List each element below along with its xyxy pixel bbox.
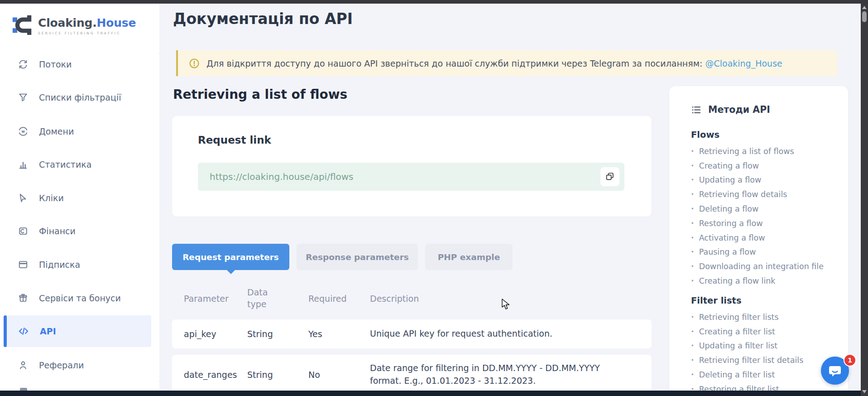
sidebar-item-clicks[interactable]: Кліки bbox=[0, 188, 159, 208]
sidebar-item-domains[interactable]: w Домени bbox=[0, 121, 159, 142]
sidebar-item-api[interactable]: API bbox=[4, 315, 151, 347]
request-link-title: Request link bbox=[198, 134, 271, 146]
method-link[interactable]: Updating a filter list bbox=[691, 339, 835, 353]
method-link[interactable]: Pausing a flow bbox=[691, 245, 835, 260]
methods-group-flows: Flows bbox=[691, 130, 835, 140]
tab-response-parameters[interactable]: Response parameters bbox=[297, 244, 418, 270]
logo-icon bbox=[12, 14, 33, 38]
mouse-cursor bbox=[501, 299, 512, 310]
sidebar-item-label: Сервіси та бонуси bbox=[39, 293, 121, 303]
sidebar-item-label: Списки фільтрації bbox=[39, 92, 121, 102]
gift-icon bbox=[18, 293, 28, 303]
code-icon bbox=[18, 326, 29, 337]
method-link[interactable]: Deleting a flow bbox=[691, 202, 835, 216]
subscription-card-icon bbox=[18, 260, 28, 270]
method-link[interactable]: Retrieving a list of flows bbox=[691, 144, 835, 159]
request-link-card: Request link https://cloaking.house/api/… bbox=[172, 116, 652, 217]
list-icon bbox=[691, 105, 701, 115]
warning-icon bbox=[189, 58, 200, 69]
svg-text:w: w bbox=[21, 129, 25, 134]
sidebar-item-subscription[interactable]: Підписка bbox=[0, 254, 159, 275]
filter-lists-method-list: Retrieving filter lists Creating a filte… bbox=[691, 310, 835, 396]
scrollbar-up-arrow[interactable] bbox=[862, 6, 867, 9]
sidebar-item-services[interactable]: Сервіси та бонуси bbox=[0, 288, 159, 309]
cursor-click-icon bbox=[18, 193, 28, 203]
sidebar-item-filter-lists[interactable]: Списки фільтрації bbox=[0, 87, 159, 108]
logo-text: Cloaking.House SERVICE FILTERING TRAFFIC bbox=[38, 16, 136, 35]
method-link[interactable]: Creating a filter list bbox=[691, 324, 835, 339]
brand-tagline: SERVICE FILTERING TRAFFIC bbox=[38, 31, 136, 35]
sidebar-item-label: Кліки bbox=[39, 193, 64, 203]
table-row: date_ranges String No Date range for fil… bbox=[172, 355, 652, 395]
sidebar-item-label: Домени bbox=[39, 126, 74, 136]
brand-name: Cloaking. bbox=[38, 16, 97, 29]
sidebar-item-label: API bbox=[40, 326, 56, 336]
column-header-data-type: Data type bbox=[247, 287, 308, 310]
methods-group-filter-lists: Filter lists bbox=[691, 295, 835, 306]
sidebar-item-label: Статистика bbox=[39, 159, 91, 169]
cell-parameter: date_ranges bbox=[172, 370, 247, 380]
copy-url-button[interactable] bbox=[600, 167, 619, 186]
finance-icon bbox=[18, 226, 28, 236]
app-screen: Cloaking.House SERVICE FILTERING TRAFFIC… bbox=[0, 0, 868, 396]
scrollbar-thumb[interactable] bbox=[862, 11, 867, 22]
method-link[interactable]: Retrieving flow details bbox=[691, 187, 835, 202]
parameter-tabs: Request parameters Response parameters P… bbox=[172, 244, 513, 270]
cell-data-type: String bbox=[247, 370, 308, 380]
logo[interactable]: Cloaking.House SERVICE FILTERING TRAFFIC bbox=[12, 14, 136, 38]
method-link[interactable]: Creating a flow link bbox=[691, 274, 835, 288]
section-heading: Retrieving a list of flows bbox=[173, 87, 347, 102]
copy-icon bbox=[605, 172, 615, 182]
stats-icon bbox=[18, 159, 28, 169]
sidebar-item-referrals[interactable]: Реферали bbox=[0, 355, 159, 376]
table-row: api_key String Yes Unique API key for re… bbox=[172, 319, 652, 348]
method-link[interactable]: Restoring a flow bbox=[691, 216, 835, 231]
sidebar: Cloaking.House SERVICE FILTERING TRAFFIC… bbox=[0, 4, 159, 391]
methods-panel-title: Методи API bbox=[708, 104, 770, 115]
sidebar-item-finance[interactable]: Фінанси bbox=[0, 221, 159, 241]
telegram-link[interactable]: @Cloaking_House bbox=[705, 58, 782, 68]
cell-parameter: api_key bbox=[172, 329, 247, 339]
api-methods-panel: Методи API Flows Retrieving a list of fl… bbox=[669, 86, 848, 396]
api-access-alert: Для відкриття доступу до нашого API звер… bbox=[176, 50, 837, 76]
sidebar-item-statistics[interactable]: Статистика bbox=[0, 154, 159, 175]
chat-notification-badge: 1 bbox=[844, 354, 856, 367]
methods-header: Методи API bbox=[691, 104, 835, 115]
domains-icon: w bbox=[18, 126, 28, 136]
method-link[interactable]: Retrieving filter list details bbox=[691, 353, 835, 367]
sidebar-item-flows[interactable]: Потоки bbox=[0, 54, 159, 75]
window-bottom-edge bbox=[0, 391, 861, 396]
column-header-parameter: Parameter bbox=[172, 294, 247, 304]
table-header-row: Parameter Data type Required Description bbox=[172, 285, 652, 313]
page-title: Документація по API bbox=[173, 10, 353, 28]
cell-data-type: String bbox=[247, 329, 308, 339]
window-top-edge bbox=[0, 0, 868, 4]
sidebar-item-label: Реферали bbox=[39, 360, 84, 370]
method-link[interactable]: Retrieving filter lists bbox=[691, 310, 835, 324]
sidebar-item-label: Підписка bbox=[39, 260, 80, 270]
alert-text: Для відкриття доступу до нашого API звер… bbox=[206, 58, 702, 68]
brand-name-accent: House bbox=[97, 16, 136, 29]
method-link[interactable]: Downloading an integration file bbox=[691, 259, 835, 274]
chat-bubble-icon bbox=[827, 363, 843, 378]
method-link[interactable]: Deleting a filter list bbox=[691, 367, 835, 382]
request-url: https://cloaking.house/api/flows bbox=[210, 171, 354, 182]
scrollbar-down-arrow[interactable] bbox=[862, 390, 867, 393]
cell-required: No bbox=[308, 370, 370, 380]
sidebar-item-label: Потоки bbox=[39, 59, 72, 69]
active-indicator-bar bbox=[4, 315, 7, 347]
tab-request-parameters[interactable]: Request parameters bbox=[172, 244, 289, 270]
filter-icon bbox=[18, 92, 28, 102]
method-link[interactable]: Updating a flow bbox=[691, 173, 835, 188]
person-icon bbox=[18, 360, 28, 370]
browser-scrollbar[interactable] bbox=[861, 4, 868, 396]
tab-php-example[interactable]: PHP example bbox=[425, 244, 513, 270]
cell-description: Unique API key for request authenticatio… bbox=[370, 328, 652, 340]
sidebar-item-label: Фінанси bbox=[39, 226, 76, 236]
cell-description: Date range for filtering in DD.MM.YYYY -… bbox=[370, 362, 652, 387]
method-link[interactable]: Creating a flow bbox=[691, 159, 835, 173]
sync-icon bbox=[18, 59, 28, 69]
request-url-box: https://cloaking.house/api/flows bbox=[198, 163, 624, 191]
flows-method-list: Retrieving a list of flows Creating a fl… bbox=[691, 144, 835, 288]
method-link[interactable]: Activating a flow bbox=[691, 231, 835, 245]
